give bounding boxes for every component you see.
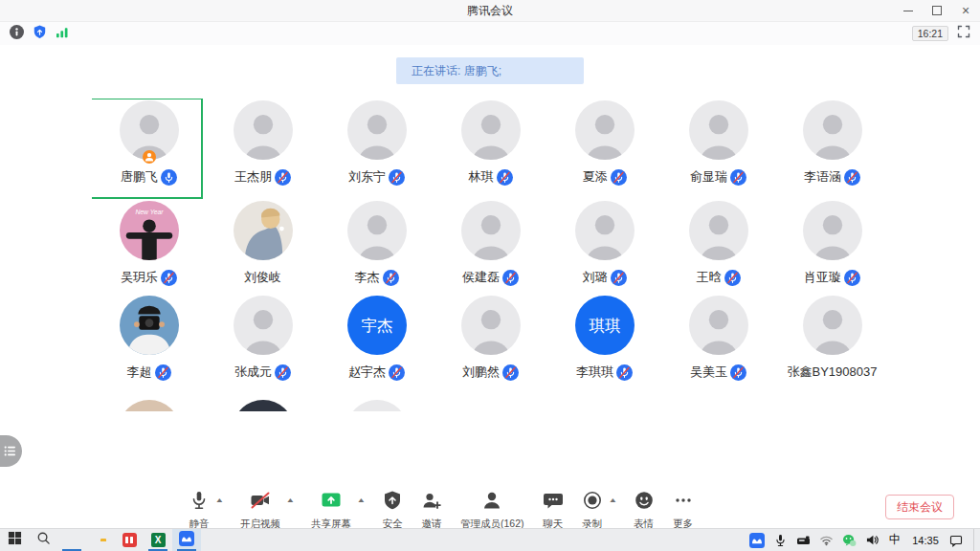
toolbar-more-button[interactable]: 更多	[673, 490, 694, 531]
participant-cell[interactable]: 刘东宁	[320, 99, 434, 199]
toolbar-invite-button[interactable]: 邀请	[421, 490, 442, 531]
toolbar-record-button[interactable]: ▲录制	[582, 490, 603, 531]
participant-cell[interactable]: 刘俊岐	[206, 199, 320, 294]
participant-cell[interactable]: 夏添	[547, 99, 661, 199]
taskbar-redapp-button[interactable]	[115, 529, 144, 551]
expand-arrow-icon[interactable]: ▲	[608, 496, 617, 503]
security-shield-icon[interactable]	[33, 25, 47, 43]
participant-cell[interactable]: New Year 吴玥乐	[92, 199, 206, 294]
expand-arrow-icon[interactable]: ▲	[357, 496, 367, 503]
participant-cell[interactable]: 张鑫BY1908037	[775, 294, 889, 398]
mic-muted-icon[interactable]	[844, 169, 860, 186]
mic-muted-icon[interactable]	[383, 270, 399, 286]
participant-cell[interactable]: 俞显瑞	[661, 99, 775, 199]
avatar: New Year	[120, 201, 179, 260]
minimize-button[interactable]	[894, 0, 923, 21]
taskbar-search-button[interactable]	[29, 529, 57, 551]
invite-icon	[421, 490, 442, 515]
action-center-icon[interactable]	[945, 529, 968, 551]
host-badge-icon	[143, 150, 156, 164]
participant-cell[interactable]: 林琪	[434, 99, 547, 199]
close-button[interactable]: ×	[951, 0, 980, 21]
window-title: 腾讯会议	[467, 3, 513, 19]
participant-name: 赵宇杰	[348, 364, 386, 381]
mic-muted-icon[interactable]	[389, 364, 405, 381]
taskbar-meeting-button[interactable]	[172, 529, 201, 551]
participant-cell[interactable]: 王杰朋	[206, 99, 320, 199]
taskbar-chrome-button[interactable]	[57, 529, 86, 551]
window-titlebar: 腾讯会议 ×	[0, 0, 980, 22]
participant-cell[interactable]: 唐鹏飞	[92, 99, 206, 199]
mic-muted-icon[interactable]	[724, 270, 741, 286]
toolbar-share-button[interactable]: ▲共享屏幕	[311, 490, 351, 531]
network-signal-icon[interactable]	[56, 25, 69, 42]
participant-cell[interactable]: 张成元	[206, 294, 320, 398]
mic-muted-icon[interactable]	[497, 169, 513, 186]
tray-meeting-icon[interactable]	[746, 529, 768, 551]
toolbar-members-button[interactable]: 管理成员(162)	[460, 490, 524, 531]
participant-cell[interactable]: 吴美玉	[661, 294, 775, 398]
tray-volume-icon[interactable]	[860, 529, 883, 551]
tray-wechat-icon[interactable]	[837, 529, 860, 551]
mic-muted-icon[interactable]	[155, 364, 171, 381]
participant-cell[interactable]: 宇杰赵宇杰	[320, 294, 434, 398]
participant-name: 俞显瑞	[690, 168, 727, 186]
show-desktop-button[interactable]	[973, 529, 980, 551]
meeting-duration-badge: 16:21	[912, 26, 948, 41]
participant-cell[interactable]: 侯建磊	[434, 199, 547, 294]
mic-muted-icon[interactable]	[730, 364, 746, 381]
taskbar-clock[interactable]: 14:35	[906, 535, 945, 546]
participant-cell[interactable]: 王晗	[661, 199, 775, 294]
participant-name: 刘俊岐	[244, 269, 281, 286]
participant-cell[interactable]: 琪琪李琪琪	[547, 294, 661, 398]
fullscreen-icon[interactable]	[957, 25, 970, 42]
participant-cell[interactable]: 刘璐	[547, 199, 661, 294]
end-meeting-button[interactable]: 结束会议	[885, 495, 954, 519]
emoji-icon	[634, 490, 655, 515]
participant-cell[interactable]: 刘鹏然	[434, 294, 547, 398]
mic-unmuted-icon[interactable]	[161, 169, 177, 186]
mic-muted-icon[interactable]	[275, 364, 291, 381]
toolbar-mute-button[interactable]: ▲静音	[189, 490, 210, 531]
toolbar-video-button[interactable]: ▲开启视频	[240, 490, 280, 531]
avatar	[689, 201, 748, 260]
mic-muted-icon[interactable]	[611, 270, 627, 286]
participant-cell[interactable]: 李超	[92, 294, 206, 398]
participant-cell[interactable]: 肖亚璇	[775, 199, 889, 294]
participant-name: 唐鹏飞	[121, 168, 158, 186]
participant-name: 刘东宁	[348, 168, 386, 186]
tray-wifi-icon[interactable]	[814, 529, 837, 551]
avatar	[347, 100, 407, 160]
maximize-button[interactable]	[923, 0, 951, 21]
mic-muted-icon[interactable]	[611, 169, 627, 186]
participant-cell[interactable]: 李杰	[320, 199, 434, 294]
excel-icon: X	[151, 533, 166, 547]
mic-muted-icon[interactable]	[389, 169, 405, 186]
mic-muted-icon[interactable]	[502, 270, 519, 286]
members-icon	[481, 490, 502, 515]
mic-muted-icon[interactable]	[616, 364, 633, 381]
svg-text:琪琪: 琪琪	[589, 317, 620, 334]
avatar	[461, 296, 521, 355]
maximize-icon	[932, 6, 942, 15]
toolbar-chat-button[interactable]: 聊天	[543, 490, 564, 531]
toolbar-emoji-button[interactable]: 表情	[634, 490, 655, 531]
mic-muted-icon[interactable]	[275, 169, 291, 186]
mic-muted-icon[interactable]	[844, 270, 860, 286]
avatar	[803, 100, 862, 160]
tray-scanner-icon[interactable]	[791, 529, 814, 551]
expand-arrow-icon[interactable]: ▲	[286, 496, 296, 503]
meeting-info-icon[interactable]	[10, 25, 24, 43]
mic-muted-icon[interactable]	[161, 270, 177, 286]
taskbar-explorer-button[interactable]	[86, 529, 115, 551]
expand-arrow-icon[interactable]: ▲	[215, 496, 225, 503]
mic-muted-icon[interactable]	[730, 169, 746, 186]
taskbar-excel-button[interactable]: X	[144, 529, 172, 551]
toolbar-security-button[interactable]: 安全	[382, 490, 403, 531]
tray-mic-tray-icon[interactable]	[768, 529, 791, 551]
participant-cell[interactable]: 李语涵	[775, 99, 889, 199]
input-language-indicator[interactable]: 中	[883, 532, 906, 548]
member-list-toggle[interactable]	[0, 435, 22, 467]
mic-muted-icon[interactable]	[502, 364, 519, 381]
taskbar-start-button[interactable]	[0, 529, 29, 551]
